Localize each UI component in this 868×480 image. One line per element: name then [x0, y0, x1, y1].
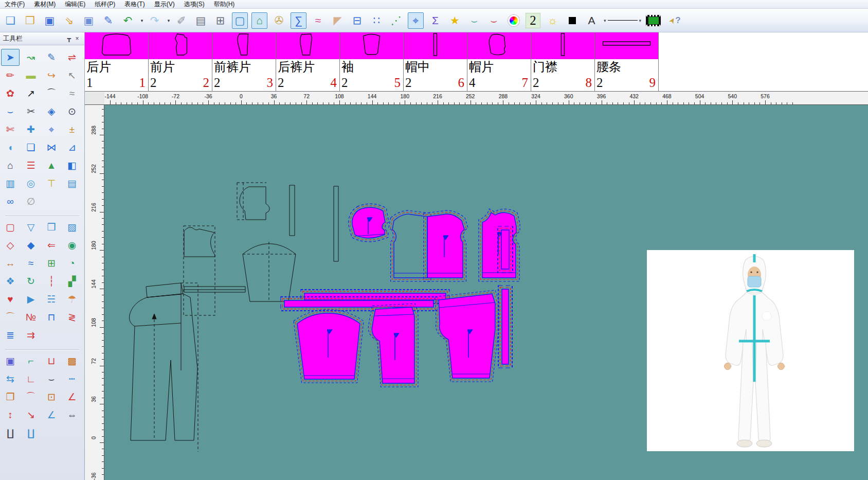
color-swatch-button[interactable]	[564, 12, 580, 29]
tool-corner-fold[interactable]: ⌐	[22, 352, 40, 369]
brush-button[interactable]: ◤	[330, 12, 346, 29]
plotter-button[interactable]: ▤	[193, 12, 209, 29]
import-file-button[interactable]: ⇘	[61, 12, 77, 29]
tool-number-points[interactable]: №	[22, 309, 40, 326]
tool-ribbon-cut[interactable]: ✿	[1, 85, 20, 102]
tool-rotate-shape[interactable]: ⊿	[63, 139, 81, 156]
tool-nested-rect[interactable]: ⊡	[42, 388, 61, 405]
tool-point-arrow[interactable]: ↗	[22, 85, 40, 102]
tool-piece-handles[interactable]: ◇	[1, 237, 20, 254]
tool-seam-dashed[interactable]: ┆	[42, 273, 61, 290]
hood-draft-guides[interactable]	[237, 183, 266, 220]
pattern-card-placket-strip[interactable]: 门襟28	[531, 32, 595, 92]
curve-notch-button[interactable]: ⌣	[486, 12, 502, 29]
tool-frill-curtain[interactable]: ☵	[42, 291, 61, 308]
tool-zigzag-stitch[interactable]: ≷	[63, 309, 81, 326]
tool-seam-cut[interactable]: ✄	[1, 121, 20, 138]
tool-stack-layers[interactable]: ≣	[1, 327, 20, 344]
thread-lines-button[interactable]: ≈	[310, 12, 326, 29]
tool-compass[interactable]: ⌖	[42, 121, 61, 138]
tool-smart-pen[interactable]: ↝	[22, 49, 40, 66]
tool-copy-blocks[interactable]: ❏	[22, 139, 40, 156]
grade-count-button[interactable]: 2	[525, 12, 541, 29]
tool-seam-allowance[interactable]: ⊔	[42, 352, 61, 369]
sleeve-piece[interactable]	[294, 310, 364, 383]
front-trouser-piece[interactable]	[368, 304, 418, 387]
menu-item[interactable]: 文件(F)	[0, 0, 29, 9]
pattern-card-front-trouser[interactable]: 前裤片23	[212, 32, 276, 92]
tool-frame-select[interactable]: ▣	[1, 352, 20, 369]
star-measure-button[interactable]: ★	[447, 12, 463, 29]
filmstrip-button[interactable]	[645, 12, 661, 29]
redo-button[interactable]: ↷	[147, 12, 162, 29]
menu-item[interactable]: 显示(V)	[150, 0, 179, 9]
pattern-card-waist-strip[interactable]: 腰条29	[595, 32, 659, 92]
tool-piece-cut[interactable]: ◆	[22, 237, 40, 254]
redo-menu-button[interactable]: ▾	[166, 12, 171, 29]
undo-button[interactable]: ↶	[120, 12, 136, 29]
pattern-measure-button[interactable]: ⌖	[408, 12, 424, 29]
size-table-button[interactable]: ⊞	[212, 12, 228, 29]
tool-mirror-flip[interactable]: ⋈	[42, 139, 61, 156]
back-trouser-piece[interactable]	[435, 290, 499, 382]
hood-piece[interactable]	[349, 204, 389, 242]
pattern-card-sleeve[interactable]: 袖25	[340, 32, 404, 92]
tool-point-move[interactable]: ↖	[63, 67, 81, 84]
tool-spacing-adjust[interactable]: ⇔	[63, 406, 81, 423]
tool-fit-check[interactable]: ◔	[63, 255, 81, 272]
pattern-card-front-piece[interactable]: 前片22	[149, 32, 212, 92]
text-tool-button[interactable]: A	[584, 12, 600, 29]
save-edit-button[interactable]: ✎	[100, 12, 116, 29]
bodice-pair-right-half[interactable]	[394, 210, 468, 281]
tool-pattern-piece[interactable]: ❒	[42, 219, 61, 236]
trouser-waist-draft[interactable]	[146, 283, 183, 297]
tool-tape-measure[interactable]: ±	[63, 121, 81, 138]
hood-strip-draft[interactable]	[290, 185, 295, 236]
tool-shape-punch[interactable]: ◈	[42, 103, 61, 120]
sleeve-draft-guides[interactable]	[243, 242, 296, 301]
save-file-button[interactable]: ▣	[42, 12, 58, 29]
trouser-draft[interactable]	[129, 294, 197, 440]
chevron-down-icon[interactable]: ▾	[604, 18, 606, 23]
pattern-card-back-trouser[interactable]: 后裤片24	[276, 32, 340, 92]
menu-item[interactable]: 选项(S)	[179, 0, 209, 9]
digitizer-pen-button[interactable]: ✐	[173, 12, 189, 29]
merge-layers-button[interactable]: ⊟	[349, 12, 365, 29]
tool-scissors[interactable]: ✂	[22, 103, 40, 120]
lock-key-button[interactable]: ✇	[271, 12, 287, 29]
tool-protractor[interactable]: ◖	[1, 139, 20, 156]
tool-eraser[interactable]: ▬	[22, 67, 40, 84]
tool-point-chain[interactable]: ┉	[63, 370, 81, 387]
color-wheel-button[interactable]	[505, 12, 521, 29]
tool-wave-cut[interactable]: ≈	[22, 255, 40, 272]
trouser-grain-arrowhead[interactable]	[152, 314, 156, 319]
tool-spectacles[interactable]: ⊙	[63, 103, 81, 120]
tool-notch-curve[interactable]: ⌣	[42, 370, 61, 387]
tool-spiral-tool[interactable]: ◎	[22, 175, 40, 192]
menu-item[interactable]: 素材(M)	[29, 0, 60, 9]
tool-piece-join[interactable]: ⊞	[42, 255, 61, 272]
placket-strip-draft[interactable]	[334, 186, 338, 261]
tool-piece-flip[interactable]: ⇐	[42, 237, 61, 254]
tool-line-pen[interactable]: ✎	[42, 49, 61, 66]
line-chart-button[interactable]: ⋰	[388, 12, 404, 29]
pattern-card-hood-center-strip[interactable]: 帽中26	[404, 32, 467, 92]
tool-corner-swap[interactable]: ⇆	[1, 370, 20, 387]
tool-round-corner[interactable]: ⌒	[1, 309, 20, 326]
bulb-button[interactable]: ☼	[545, 12, 560, 29]
tool-t-square[interactable]: ⊤	[42, 175, 61, 192]
tool-arrange-pieces[interactable]: ▶	[22, 291, 40, 308]
new-file-button[interactable]: ❑	[3, 12, 19, 29]
tool-fabric-roll[interactable]: ▨	[63, 219, 81, 236]
menu-item[interactable]: 表格(T)	[120, 0, 149, 9]
bodice-pair-left-half[interactable]	[389, 210, 431, 281]
tool-corner-arc[interactable]: ⌒	[42, 85, 61, 102]
bodice-draft-box[interactable]	[184, 226, 215, 315]
close-icon[interactable]: ×	[73, 35, 81, 42]
tool-cross-axis[interactable]: ✚	[22, 121, 40, 138]
tool-curve-eraser[interactable]: ↪	[42, 67, 61, 84]
tool-unlink-chain[interactable]: ∅	[22, 193, 40, 210]
tool-region-select[interactable]: ▢	[1, 219, 20, 236]
tool-trace-piece[interactable]: ⌂	[1, 157, 20, 174]
save-as-button[interactable]: ▣	[81, 12, 97, 29]
